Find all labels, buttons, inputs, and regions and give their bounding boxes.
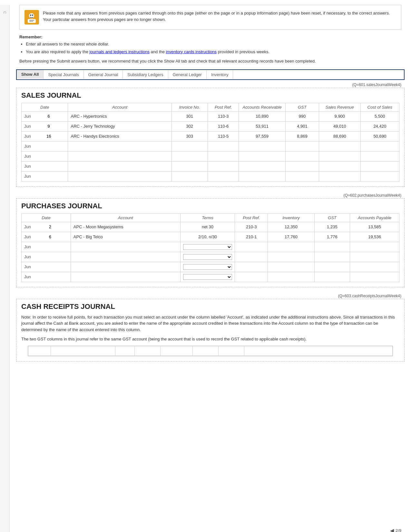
sales-day-input-5[interactable] bbox=[32, 153, 65, 160]
purch-acct-field-4[interactable] bbox=[73, 254, 178, 259]
sales-acct-field-6[interactable] bbox=[71, 164, 169, 169]
sales-day-input-2[interactable] bbox=[32, 123, 65, 130]
page-nav: ◀ 2/9 bbox=[390, 527, 401, 532]
remember-section: Remember: Enter all answers to the neare… bbox=[19, 34, 401, 55]
sales-inv-field-4[interactable] bbox=[174, 144, 205, 149]
sales-account-input-4[interactable] bbox=[68, 141, 171, 151]
sales-account-input-5[interactable] bbox=[68, 151, 171, 161]
purch-day-input-1[interactable] bbox=[32, 223, 68, 231]
purch-day-input-5[interactable] bbox=[32, 263, 68, 271]
sales-gst-4[interactable] bbox=[285, 141, 319, 151]
sales-row-5: Jun bbox=[22, 151, 399, 161]
sales-rev-4[interactable] bbox=[319, 141, 360, 151]
sales-post-4[interactable] bbox=[208, 141, 239, 151]
sales-cost-2: 24,420 bbox=[360, 121, 399, 131]
inventory-link[interactable]: inventory cards instructions bbox=[166, 49, 217, 54]
purch-day-input-6[interactable] bbox=[32, 273, 68, 281]
sales-rev-1: 9,900 bbox=[319, 111, 360, 121]
sales-gst-3: 8,869 bbox=[285, 131, 319, 141]
sales-cost-3: 50,690 bbox=[360, 131, 399, 141]
sales-day-input-7[interactable] bbox=[32, 173, 65, 180]
purch-account-1: APC - Moon Megasystems bbox=[71, 222, 180, 232]
cr-date-1[interactable] bbox=[30, 349, 49, 353]
purch-day-input-4[interactable] bbox=[32, 253, 68, 261]
sales-ar-4[interactable] bbox=[239, 141, 285, 151]
purch-terms-select-5[interactable] bbox=[183, 264, 232, 270]
sales-gst-field-4[interactable] bbox=[288, 144, 316, 149]
sales-acct-field-7[interactable] bbox=[71, 174, 169, 179]
purch-date-4: Jun bbox=[22, 252, 71, 262]
sales-acct-field-5[interactable] bbox=[71, 154, 169, 159]
remember-label: Remember: bbox=[19, 34, 401, 39]
sales-cost-field-4[interactable] bbox=[363, 144, 396, 149]
page-prev-icon[interactable]: ◀ bbox=[390, 527, 394, 532]
purchases-journal-section: PURCHASES JOURNAL Date Account Terms Pos… bbox=[16, 198, 405, 287]
pth-account: Account bbox=[71, 213, 180, 222]
sales-ar-field-5[interactable] bbox=[241, 154, 282, 159]
sales-day-input-3[interactable] bbox=[32, 133, 65, 140]
sales-post-1: 110-3 bbox=[208, 111, 239, 121]
sales-row-7: Jun bbox=[22, 171, 399, 181]
cash-receipts-note2: The two GST columns in this journal refe… bbox=[21, 336, 399, 342]
sales-acct-field-4[interactable] bbox=[71, 144, 169, 149]
tab-general-journal[interactable]: General Journal bbox=[84, 70, 123, 79]
page-bottom: ◀ 2/9 bbox=[390, 527, 401, 532]
pth-terms: Terms bbox=[180, 213, 235, 222]
sales-rev-field-4[interactable] bbox=[322, 144, 357, 149]
sales-inv-field-5[interactable] bbox=[174, 154, 205, 159]
tab-special-journals[interactable]: Special Journals bbox=[44, 70, 83, 79]
purch-terms-select-4[interactable] bbox=[183, 254, 232, 260]
sales-post-3: 110-5 bbox=[208, 131, 239, 141]
notice-box: Please note that any answers from previo… bbox=[19, 5, 401, 30]
sales-invoice-4[interactable] bbox=[171, 141, 208, 151]
sales-gst-field-5[interactable] bbox=[288, 154, 316, 159]
tab-subsidiary-ledgers[interactable]: Subsidiary Ledgers bbox=[123, 70, 168, 79]
sales-day-input-4[interactable] bbox=[32, 143, 65, 150]
sales-ar-field-4[interactable] bbox=[241, 144, 282, 149]
sales-post-field-5[interactable] bbox=[210, 154, 236, 159]
sales-cost-field-5[interactable] bbox=[363, 154, 396, 159]
sales-gst-2: 4,901 bbox=[285, 121, 319, 131]
left-margin: C bbox=[0, 5, 10, 532]
th-cost: Cost of Sales bbox=[360, 103, 399, 111]
remember-item-2: You are also required to apply the journ… bbox=[26, 49, 401, 55]
sales-day-input-1[interactable] bbox=[32, 113, 65, 120]
purch-acct-field-5[interactable] bbox=[73, 264, 178, 269]
purch-day-input-2[interactable] bbox=[32, 233, 68, 241]
purchases-row-6: Jun bbox=[22, 272, 399, 282]
purch-ap-1: 13,585 bbox=[350, 222, 399, 232]
tab-inventory[interactable]: Inventory bbox=[207, 70, 233, 79]
purchases-journal-table: Date Account Terms Post Ref. Inventory G… bbox=[21, 213, 399, 282]
purch-terms-select-3[interactable] bbox=[183, 244, 232, 250]
pth-gst: GST bbox=[314, 213, 350, 222]
notice-text: Please note that any answers from previo… bbox=[43, 10, 396, 25]
purch-inv-2: 17,760 bbox=[268, 232, 314, 242]
cr-acct-1[interactable] bbox=[52, 349, 114, 353]
tab-general-ledger[interactable]: General Ledger bbox=[168, 70, 207, 79]
cash-receipts-q-label: (Q=603.cashReceiptsJournalWeek4) bbox=[19, 294, 401, 298]
sales-post-field-4[interactable] bbox=[210, 144, 236, 149]
cash-receipts-table bbox=[28, 346, 393, 356]
sales-invoice-2: 302 bbox=[171, 121, 208, 131]
sales-rev-field-5[interactable] bbox=[322, 154, 357, 159]
purch-acct-field-6[interactable] bbox=[73, 274, 178, 279]
cash-receipts-section: CASH RECEIPTS JOURNAL Note: In order to … bbox=[16, 299, 405, 361]
purch-acct-field-3[interactable] bbox=[73, 244, 178, 249]
sales-post-2: 110-6 bbox=[208, 121, 239, 131]
sales-account-3: ARC - Handys Electronics bbox=[68, 131, 171, 141]
sales-account-1: ARC - Hypertronics bbox=[68, 111, 171, 121]
sales-date-2: Jun bbox=[22, 121, 68, 131]
purch-ap-2: 19,536 bbox=[350, 232, 399, 242]
purch-post-1: 210-3 bbox=[235, 222, 268, 232]
tab-show-all[interactable]: Show All bbox=[17, 70, 44, 79]
sales-cost-4[interactable] bbox=[360, 141, 399, 151]
purch-day-input-3[interactable] bbox=[32, 243, 68, 251]
svg-rect-4 bbox=[28, 19, 36, 23]
purch-post-2: 210-1 bbox=[235, 232, 268, 242]
th-invoice: Invoice No. bbox=[171, 103, 208, 111]
sales-invoice-3: 303 bbox=[171, 131, 208, 141]
purch-terms-select-6[interactable] bbox=[183, 274, 232, 280]
journals-link[interactable]: journals and ledgers instructions bbox=[90, 49, 150, 54]
sales-day-input-6[interactable] bbox=[32, 163, 65, 170]
purchases-journal-q-label: (Q=602.purchasesJournalWeek4) bbox=[19, 193, 401, 198]
